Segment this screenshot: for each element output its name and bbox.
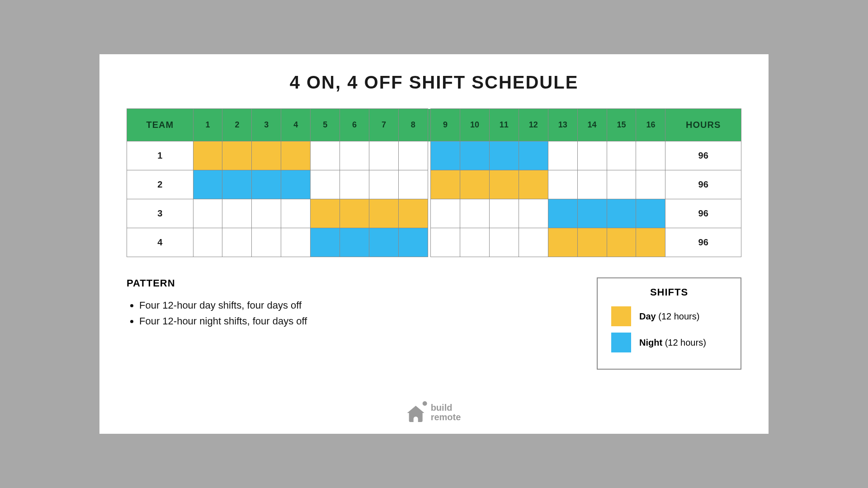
day-header: 11 <box>489 109 519 141</box>
cell-night <box>607 199 636 228</box>
cell-off <box>607 141 636 170</box>
cell-off <box>311 141 340 170</box>
day-header: 3 <box>252 109 281 141</box>
cell-off <box>311 170 340 199</box>
table-body: 196296396496 <box>127 141 741 257</box>
cell-off <box>607 170 636 199</box>
brand-logo: build remote <box>407 403 461 422</box>
day-header: 14 <box>577 109 607 141</box>
team-label: 2 <box>127 170 193 199</box>
cell-day <box>489 170 519 199</box>
night-swatch-icon <box>611 333 631 352</box>
day-header: 6 <box>340 109 369 141</box>
page-title: 4 ON, 4 OFF SHIFT SCHEDULE <box>127 72 741 93</box>
cell-off <box>489 228 519 257</box>
day-header: 10 <box>460 109 490 141</box>
cell-off <box>460 228 490 257</box>
legend-header: SHIFTS <box>611 286 727 298</box>
hours-value: 96 <box>665 141 741 170</box>
cell-day <box>311 199 340 228</box>
day-header: 7 <box>369 109 399 141</box>
day-header: 13 <box>548 109 577 141</box>
day-header: 16 <box>636 109 665 141</box>
cell-day <box>577 228 607 257</box>
cell-off <box>369 141 399 170</box>
cell-day <box>548 228 577 257</box>
cell-day <box>519 170 548 199</box>
day-header: 5 <box>311 109 340 141</box>
cell-night <box>252 170 281 199</box>
cell-off <box>252 199 281 228</box>
schedule-table: TEAM 1 2 3 4 5 6 7 8 9 10 11 12 13 14 15… <box>127 108 741 257</box>
table-head: TEAM 1 2 3 4 5 6 7 8 9 10 11 12 13 14 15… <box>127 109 741 141</box>
team-label: 4 <box>127 228 193 257</box>
cell-off <box>252 228 281 257</box>
cell-day <box>252 141 281 170</box>
cell-night <box>460 141 490 170</box>
cell-off <box>519 199 548 228</box>
house-icon <box>407 403 426 422</box>
hours-header: HOURS <box>665 109 741 141</box>
cell-day <box>607 228 636 257</box>
cell-night <box>311 228 340 257</box>
cell-off <box>369 170 399 199</box>
cell-off <box>519 228 548 257</box>
hours-value: 96 <box>665 228 741 257</box>
cell-night <box>281 170 311 199</box>
cell-day <box>281 141 311 170</box>
cell-night <box>431 141 460 170</box>
day-header: 9 <box>431 109 460 141</box>
cell-night <box>636 199 665 228</box>
table-row: 296 <box>127 170 741 199</box>
cell-off <box>281 228 311 257</box>
legend-entry-night: Night (12 hours) <box>611 333 727 352</box>
cell-off <box>281 199 311 228</box>
cell-day <box>636 228 665 257</box>
brand-line2: remote <box>431 413 461 422</box>
cell-off <box>222 228 252 257</box>
schedule-card: 4 ON, 4 OFF SHIFT SCHEDULE TEAM 1 2 3 4 … <box>99 54 769 434</box>
table-row: 496 <box>127 228 741 257</box>
shifts-legend: SHIFTS Day (12 hours)Night (12 hours) <box>597 277 741 370</box>
cell-night <box>222 170 252 199</box>
pattern-item: Four 12-hour night shifts, four days off <box>139 313 307 329</box>
cell-night <box>577 199 607 228</box>
cell-off <box>222 199 252 228</box>
table-row: 396 <box>127 199 741 228</box>
table-row: 196 <box>127 141 741 170</box>
day-header: 1 <box>193 109 222 141</box>
cell-off <box>489 199 519 228</box>
cell-off <box>398 170 428 199</box>
pattern-block: PATTERN Four 12-hour day shifts, four da… <box>127 277 307 329</box>
pattern-header: PATTERN <box>127 277 307 289</box>
cell-day <box>460 170 490 199</box>
cell-off <box>577 141 607 170</box>
hours-value: 96 <box>665 199 741 228</box>
day-header: 15 <box>607 109 636 141</box>
day-header: 2 <box>222 109 252 141</box>
cell-night <box>548 199 577 228</box>
hours-value: 96 <box>665 170 741 199</box>
day-header: 12 <box>519 109 548 141</box>
cell-day <box>398 199 428 228</box>
day-header: 4 <box>281 109 311 141</box>
cell-off <box>431 228 460 257</box>
cell-night <box>193 170 222 199</box>
cell-day <box>222 141 252 170</box>
cell-day <box>193 141 222 170</box>
cell-off <box>340 170 369 199</box>
cell-off <box>193 199 222 228</box>
cell-off <box>431 199 460 228</box>
cell-off <box>577 170 607 199</box>
cell-night <box>489 141 519 170</box>
cell-off <box>548 141 577 170</box>
legend-label: Day (12 hours) <box>639 311 699 322</box>
cell-night <box>369 228 399 257</box>
cell-day <box>431 170 460 199</box>
cell-off <box>636 170 665 199</box>
team-header: TEAM <box>127 109 193 141</box>
cell-off <box>460 199 490 228</box>
brand-line1: build <box>431 403 461 413</box>
cell-off <box>340 141 369 170</box>
cell-off <box>398 141 428 170</box>
